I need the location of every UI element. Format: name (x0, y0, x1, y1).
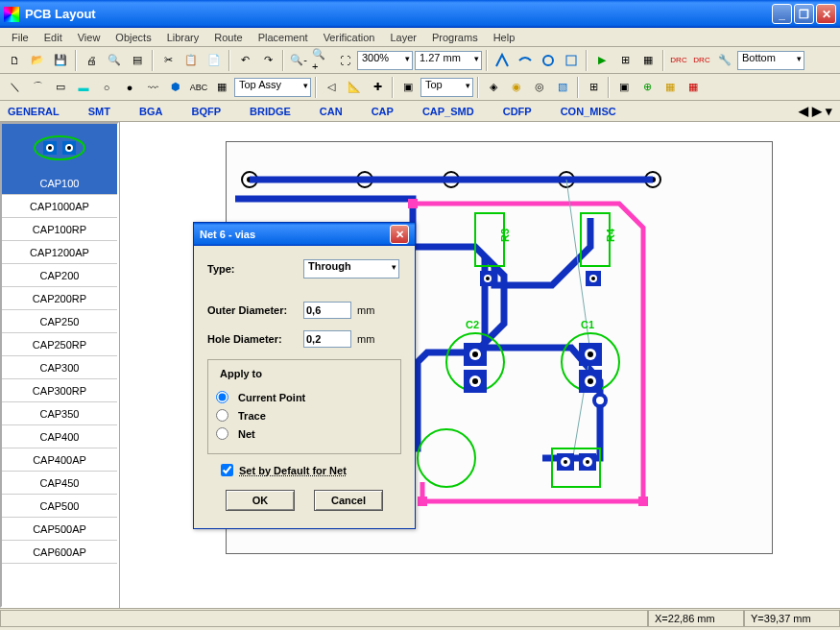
pad-icon[interactable]: ◈ (483, 77, 504, 98)
list-item[interactable]: CAP100 (2, 172, 117, 195)
menu-view[interactable]: View (70, 30, 108, 45)
layers-icon[interactable]: ▦ (637, 50, 659, 71)
route2-icon[interactable] (515, 50, 536, 71)
list-item[interactable]: CAP1200AP (2, 241, 117, 264)
layer-combo[interactable]: Bottom (737, 51, 804, 70)
route-icon[interactable] (492, 50, 513, 71)
new-icon[interactable]: 🗋 (4, 50, 25, 71)
list-item[interactable]: CAP350 (2, 402, 117, 425)
grid-combo[interactable]: 1.27 mm (415, 51, 482, 70)
ok-button[interactable]: OK (226, 490, 295, 511)
menu-programs[interactable]: Programs (424, 30, 486, 45)
menu-layer[interactable]: Layer (382, 30, 424, 45)
list-item[interactable]: CAP600AP (2, 541, 117, 564)
titles-icon[interactable]: ▤ (127, 50, 148, 71)
cat-cdfp[interactable]: CDFP (503, 106, 532, 117)
cut-icon[interactable]: ✂ (157, 50, 179, 71)
assy-combo[interactable]: Top Assy (234, 78, 311, 97)
list-item[interactable]: CAP200RP (2, 287, 117, 310)
menu-objects[interactable]: Objects (108, 30, 158, 45)
text-icon[interactable]: ABC (188, 77, 209, 98)
list-item[interactable]: CAP400AP (2, 448, 117, 472)
menu-library[interactable]: Library (159, 30, 207, 45)
radio-trace[interactable] (216, 409, 228, 422)
tool-icon[interactable]: 🔧 (714, 50, 735, 71)
list-item[interactable]: CAP200 (2, 264, 117, 287)
spread-icon[interactable]: ⊞ (583, 77, 604, 98)
circle-icon[interactable]: ● (119, 77, 140, 98)
default-net-checkbox[interactable] (221, 464, 233, 476)
redo-icon[interactable]: ↷ (257, 50, 278, 71)
close-button[interactable]: ✕ (816, 4, 836, 24)
cat-cap[interactable]: CAP (372, 106, 394, 117)
table-icon[interactable]: ▦ (211, 77, 232, 98)
component-icon[interactable]: ▣ (613, 77, 635, 98)
list-item[interactable]: CAP250RP (2, 333, 117, 356)
cancel-button[interactable]: Cancel (314, 490, 383, 511)
tool2-icon[interactable]: ⊕ (636, 77, 658, 98)
list-item[interactable]: CAP500 (2, 495, 117, 518)
menu-route[interactable]: Route (206, 30, 250, 45)
radio-net[interactable] (216, 427, 228, 440)
list-item[interactable]: CAP400 (2, 425, 117, 448)
zoom-out-icon[interactable]: 🔍- (288, 50, 309, 71)
print-icon[interactable]: 🖨 (81, 50, 102, 71)
menu-verification[interactable]: Verification (316, 30, 383, 45)
nav-left-icon[interactable]: ◀ (799, 104, 808, 118)
paste-icon[interactable]: 📄 (204, 50, 225, 71)
component-list[interactable]: CAP100 CAP1000AP CAP100RP CAP1200AP CAP2… (0, 122, 119, 608)
chip-icon[interactable]: ▣ (397, 77, 419, 98)
minimize-button[interactable]: _ (772, 4, 792, 24)
preview-icon[interactable]: 🔍 (104, 50, 125, 71)
route4-icon[interactable] (561, 50, 582, 71)
cat-bga[interactable]: BGA (139, 106, 162, 117)
list-item[interactable]: CAP1000AP (2, 195, 117, 218)
rect-icon[interactable]: ▭ (50, 77, 71, 98)
undo-icon[interactable]: ↶ (234, 50, 255, 71)
pointer-icon[interactable]: ◁ (321, 77, 342, 98)
zoom-combo[interactable]: 300% (357, 51, 413, 70)
list-item[interactable]: CAP500AP (2, 518, 117, 541)
dimension-icon[interactable]: 📐 (344, 77, 365, 98)
list-item[interactable]: CAP300 (2, 356, 117, 379)
route3-icon[interactable] (538, 50, 559, 71)
type-combo[interactable]: Through (303, 259, 399, 279)
cat-conmisc[interactable]: CON_MISC (561, 106, 616, 117)
copper-icon[interactable]: ▧ (552, 77, 573, 98)
line-icon[interactable]: ＼ (4, 77, 25, 98)
zoom-window-icon[interactable]: ⛶ (334, 50, 355, 71)
tool4-icon[interactable]: ▦ (683, 77, 704, 98)
via-icon[interactable]: ◉ (506, 77, 527, 98)
copy-icon[interactable]: 📋 (180, 50, 202, 71)
dialog-close-icon[interactable]: ✕ (390, 225, 409, 244)
drc-icon[interactable]: DRC (668, 50, 689, 71)
polygon-icon[interactable]: ⬢ (165, 77, 186, 98)
list-item[interactable]: CAP450 (2, 472, 117, 495)
drc2-icon[interactable]: DRC (691, 50, 712, 71)
menu-edit[interactable]: Edit (36, 30, 70, 45)
radio-current-point[interactable] (216, 391, 228, 403)
run-icon[interactable]: ▶ (591, 50, 612, 71)
arc-icon[interactable]: ⌒ (27, 77, 48, 98)
cat-capsmd[interactable]: CAP_SMD (422, 106, 474, 117)
nav-menu-icon[interactable]: ▾ (826, 104, 832, 118)
menu-help[interactable]: Help (486, 30, 523, 45)
list-item[interactable]: CAP300RP (2, 379, 117, 402)
hole-diameter-input[interactable] (303, 330, 351, 348)
cat-bqfp[interactable]: BQFP (191, 106, 221, 117)
cat-bridge[interactable]: BRIDGE (250, 106, 291, 117)
cat-general[interactable]: GENERAL (8, 106, 60, 117)
maximize-button[interactable]: ❐ (794, 4, 814, 24)
outer-diameter-input[interactable] (303, 302, 351, 319)
dialog-titlebar[interactable]: Net 6 - vias ✕ (194, 223, 415, 246)
open-icon[interactable]: 📂 (27, 50, 48, 71)
menu-file[interactable]: File (4, 30, 36, 45)
list-item[interactable]: CAP100RP (2, 218, 117, 241)
polyline-icon[interactable]: 〰 (142, 77, 163, 98)
rect-fill-icon[interactable]: ▬ (73, 77, 94, 98)
menu-placement[interactable]: Placement (251, 30, 316, 45)
hole-icon[interactable]: ◎ (529, 77, 550, 98)
cat-smt[interactable]: SMT (88, 106, 110, 117)
zoom-in-icon[interactable]: 🔍+ (311, 50, 332, 71)
save-icon[interactable]: 💾 (50, 50, 71, 71)
